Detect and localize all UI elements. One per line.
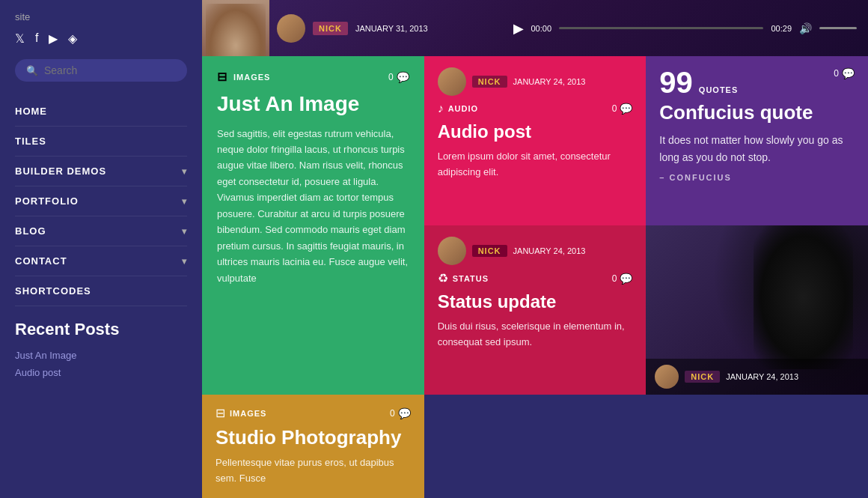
avatar xyxy=(438,237,466,265)
quote-label: QUOTES xyxy=(699,85,738,94)
nav-item-contact[interactable]: CONTACT ▾ xyxy=(15,246,187,276)
recent-post-link-1[interactable]: Just An Image xyxy=(15,350,187,361)
meta-nick: NICK xyxy=(472,245,507,257)
search-input[interactable] xyxy=(44,64,176,76)
banner-person-image xyxy=(202,0,269,56)
tile-just-an-image[interactable]: ⊟ IMAGES 0 💬 Just An Image Sed sagittis,… xyxy=(202,56,424,395)
comment-icon: 💬 xyxy=(397,71,409,83)
tile-header: ⊟ IMAGES 0 💬 xyxy=(216,406,411,420)
volume-icon[interactable]: 🔊 xyxy=(799,22,812,34)
tile-header: ♪ AUDIO 0 💬 xyxy=(438,102,633,115)
photo-meta: NICK JANUARY 24, 2013 xyxy=(646,359,868,395)
tile-comments: 0 💬 xyxy=(390,407,411,419)
tile-title: Audio post xyxy=(438,121,633,143)
audio-time-end: 00:29 xyxy=(771,24,792,33)
comment-icon: 💬 xyxy=(620,103,632,115)
youtube-icon[interactable]: ▶ xyxy=(49,31,58,46)
nav-menu: HOME TILES BUILDER DEMOS ▾ PORTFOLIO ▾ B… xyxy=(15,97,187,306)
chevron-down-icon: ▾ xyxy=(182,166,187,177)
banner-date: JANUARY 31, 2013 xyxy=(355,24,428,33)
recent-post-link-2[interactable]: Audio post xyxy=(15,367,187,378)
chevron-down-icon: ▾ xyxy=(182,256,187,267)
quote-count-area: 99 QUOTES xyxy=(659,67,738,97)
banner-nick: NICK xyxy=(313,22,348,35)
tile-body: Duis dui risus, scelerisque in elementum… xyxy=(438,319,633,350)
tile-title: Status update xyxy=(438,291,633,313)
quote-title: Confucius quote xyxy=(659,101,855,124)
tiles-grid: ⊟ IMAGES 0 💬 Just An Image Sed sagittis,… xyxy=(202,56,868,498)
twitter-icon[interactable]: 𝕏 xyxy=(15,31,25,46)
tile-comments: 0 💬 xyxy=(388,71,409,83)
tile-type: ♻ STATUS xyxy=(438,271,489,285)
search-bar[interactable]: 🔍 xyxy=(15,59,187,82)
nav-item-shortcodes[interactable]: SHORTCODES xyxy=(15,276,187,306)
photo-nick: NICK xyxy=(685,371,720,383)
quote-author: – CONFUCIUS xyxy=(659,173,855,182)
status-icon: ♻ xyxy=(438,271,448,285)
tile-status-update[interactable]: NICK JANUARY 24, 2013 ♻ STATUS 0 💬 Statu… xyxy=(424,225,647,395)
quote-count: 99 xyxy=(659,67,693,97)
tile-meta: NICK JANUARY 24, 2013 xyxy=(438,67,633,96)
tile-studio-photography[interactable]: ⊟ IMAGES 0 💬 Studio Photography Pellente… xyxy=(202,395,424,498)
comment-icon: 💬 xyxy=(620,273,632,285)
rss-icon[interactable]: ◈ xyxy=(68,31,77,46)
comment-icon: 💬 xyxy=(842,67,855,79)
tile-photo[interactable]: NICK JANUARY 24, 2013 xyxy=(646,225,868,395)
banner-meta: NICK JANUARY 31, 2013 xyxy=(277,14,428,43)
audio-progress-bar[interactable] xyxy=(559,27,763,29)
sidebar: site 𝕏 f ▶ ◈ 🔍 HOME TILES BUILDER DEMOS … xyxy=(0,0,202,498)
volume-bar[interactable] xyxy=(819,27,857,29)
nav-item-blog[interactable]: BLOG ▾ xyxy=(15,216,187,246)
chevron-down-icon: ▾ xyxy=(182,196,187,207)
tile-audio-post[interactable]: NICK JANUARY 24, 2013 ♪ AUDIO 0 💬 Audio … xyxy=(424,56,647,225)
tile-title: Just An Image xyxy=(217,91,409,117)
tile-body: Sed sagittis, elit egestas rutrum vehicu… xyxy=(217,126,409,286)
tile-body: Lorem ipsum dolor sit amet, consectetur … xyxy=(438,149,633,180)
quote-comments: 0 💬 xyxy=(834,67,855,79)
meta-date: JANUARY 24, 2013 xyxy=(513,246,586,255)
nav-item-tiles[interactable]: TILES xyxy=(15,127,187,157)
nav-item-portfolio[interactable]: PORTFOLIO ▾ xyxy=(15,186,187,216)
tile-meta: NICK JANUARY 24, 2013 xyxy=(438,237,633,265)
facebook-icon[interactable]: f xyxy=(35,31,38,46)
tile-title: Studio Photography xyxy=(216,426,411,449)
tile-header: ⊟ IMAGES 0 💬 xyxy=(217,70,409,84)
tile-comments: 0 💬 xyxy=(612,103,633,115)
tile-type: ⊟ IMAGES xyxy=(216,406,266,420)
top-banner: NICK JANUARY 31, 2013 ▶ 00:00 00:29 🔊 xyxy=(202,0,868,56)
quote-body: It does not matter how slowly you go as … xyxy=(659,132,855,166)
recent-posts-title: Recent Posts xyxy=(15,320,187,339)
photo-person xyxy=(754,225,853,369)
tile-comments: 0 💬 xyxy=(612,273,633,285)
photo-date: JANUARY 24, 2013 xyxy=(726,372,798,381)
avatar xyxy=(438,67,466,96)
audio-player: ▶ 00:00 00:29 🔊 xyxy=(502,0,869,56)
meta-nick: NICK xyxy=(472,76,507,88)
nav-item-home[interactable]: HOME xyxy=(15,97,187,127)
tile-quotes[interactable]: 99 QUOTES 0 💬 Confucius quote It does no… xyxy=(646,56,868,225)
site-title: site xyxy=(15,11,187,22)
audio-time-start: 00:00 xyxy=(531,24,552,33)
avatar xyxy=(655,365,679,389)
search-icon: 🔍 xyxy=(26,65,38,76)
chevron-down-icon: ▾ xyxy=(182,226,187,237)
play-icon[interactable]: ▶ xyxy=(513,20,524,37)
avatar xyxy=(277,14,305,43)
tile-body: Pellentesque vitae purus eros, ut dapibu… xyxy=(216,455,411,487)
social-icons: 𝕏 f ▶ ◈ xyxy=(15,31,187,46)
recent-posts-section: Recent Posts Just An Image Audio post xyxy=(15,320,187,384)
nav-item-builder-demos[interactable]: BUILDER DEMOS ▾ xyxy=(15,157,187,186)
tile-type: ♪ AUDIO xyxy=(438,102,478,115)
images-icon: ⊟ xyxy=(217,70,227,84)
quote-header: 99 QUOTES 0 💬 xyxy=(659,67,855,97)
comment-icon: 💬 xyxy=(398,407,411,419)
audio-icon: ♪ xyxy=(438,102,444,115)
main-content: NICK JANUARY 31, 2013 ▶ 00:00 00:29 🔊 ⊟ … xyxy=(202,0,868,498)
images-icon: ⊟ xyxy=(216,406,225,420)
meta-date: JANUARY 24, 2013 xyxy=(513,77,586,86)
tile-header: ♻ STATUS 0 💬 xyxy=(438,271,633,285)
tile-type: ⊟ IMAGES xyxy=(217,70,270,84)
